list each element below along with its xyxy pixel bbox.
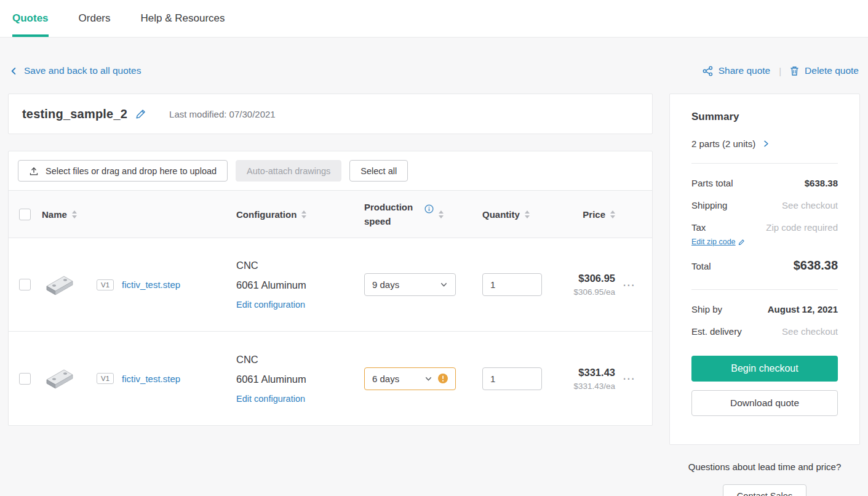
material-label: 6061 Aluminum [236,279,364,291]
tab-orders[interactable]: Orders [79,0,111,37]
version-badge: V1 [97,279,114,290]
part-thumbnail[interactable] [42,361,76,396]
row-menu-button[interactable]: ⋯ [618,371,652,386]
pencil-icon [738,239,745,246]
select-all-label: Select all [360,166,397,176]
summary-divider [691,163,838,164]
trash-icon [790,66,799,76]
sort-icon[interactable] [610,210,615,218]
shipping-value: See checkout [782,200,838,210]
edit-configuration-link[interactable]: Edit configuration [236,300,305,310]
tax-value: Zip code required [766,222,838,233]
upload-button-label: Select files or drag and drop here to up… [46,166,217,176]
table-row: V1 fictiv_test.step CNC 6061 Aluminum Ed… [9,238,652,332]
ship-by-label: Ship by [691,304,722,314]
back-to-quotes-link[interactable]: Save and back to all quotes [9,65,141,76]
row-checkbox[interactable] [19,373,31,385]
contact-sales-button[interactable]: Contact Sales [723,484,806,496]
column-header-production-speed: Production speed [364,200,418,229]
parts-table-card: Select files or drag and drop here to up… [8,151,653,426]
share-icon [703,66,713,76]
share-quote-button[interactable]: Share quote [703,65,770,76]
price-value: $331.43 [556,367,615,378]
row-checkbox[interactable] [19,279,31,290]
upload-icon [29,166,39,176]
last-modified-label: Last modified: 07/30/2021 [169,109,276,119]
top-nav: Quotes Orders Help & Resources [0,0,868,38]
warning-icon[interactable] [438,374,448,383]
part-thumbnail[interactable] [42,268,76,302]
select-all-button[interactable]: Select all [349,160,408,182]
back-link-label: Save and back to all quotes [24,65,141,76]
sort-icon[interactable] [525,210,530,218]
parts-total-value: $638.38 [805,178,838,188]
upload-files-button[interactable]: Select files or drag and drop here to up… [18,160,228,182]
process-label: CNC [236,354,364,366]
version-badge: V1 [97,373,114,384]
parts-breakdown-label: 2 parts (2 units) [691,138,755,149]
est-delivery-value: See checkout [782,326,838,337]
delete-quote-button[interactable]: Delete quote [790,65,859,76]
edit-zip-code-link[interactable]: Edit zip code [691,238,745,246]
download-quote-button[interactable]: Download quote [691,390,838,416]
est-delivery-label: Est. delivery [691,326,742,337]
edit-configuration-link[interactable]: Edit configuration [236,394,305,404]
row-menu-button[interactable]: ⋯ [618,278,652,292]
quote-title-card: testing_sample_2 Last modified: 07/30/20… [8,94,653,134]
summary-title: Summary [691,111,838,123]
edit-zip-code-label: Edit zip code [691,238,736,246]
info-icon[interactable] [424,204,434,214]
total-label: Total [691,261,711,271]
sort-icon[interactable] [72,210,77,218]
price-value: $306.95 [556,273,615,284]
file-name-link[interactable]: fictiv_test.step [122,374,180,384]
table-row: V1 fictiv_test.step CNC 6061 Aluminum Ed… [9,332,652,425]
process-label: CNC [236,260,364,271]
tab-help-resources[interactable]: Help & Resources [141,0,225,37]
share-quote-label: Share quote [719,65,770,76]
tax-label: Tax [691,222,706,233]
sort-icon[interactable] [439,210,444,218]
material-label: 6061 Aluminum [236,374,364,385]
column-header-quantity: Quantity [482,209,520,220]
ship-by-value: August 12, 2021 [768,304,838,314]
page: Save and back to all quotes Share quote … [0,65,868,496]
chevron-left-icon [9,66,18,76]
shipping-label: Shipping [691,200,727,210]
sales-footer: Questions about lead time and price? Con… [669,462,860,496]
sales-question-label: Questions about lead time and price? [669,462,860,472]
total-value: $638.38 [794,258,838,273]
production-speed-value: 9 days [372,279,399,290]
column-header-price: Price [583,209,605,220]
summary-card: Summary 2 parts (2 units) Parts total $6… [669,94,860,445]
parts-breakdown-link[interactable]: 2 parts (2 units) [691,138,838,149]
actions-separator: | [779,66,781,76]
quantity-input[interactable] [482,367,542,390]
auto-attach-drawings-button[interactable]: Auto-attach drawings [236,160,341,182]
table-header-row: Name Configuration Production speed [9,190,652,238]
auto-attach-label: Auto-attach drawings [247,166,330,176]
delete-quote-label: Delete quote [805,65,859,76]
quantity-input[interactable] [482,273,542,296]
select-all-checkbox[interactable] [19,209,31,220]
file-name-link[interactable]: fictiv_test.step [122,279,180,290]
column-header-name: Name [42,209,67,220]
production-speed-select[interactable]: 9 days [364,273,456,296]
summary-divider [691,289,838,290]
sort-icon[interactable] [301,210,306,218]
parts-total-label: Parts total [691,178,733,188]
unit-price-value: $306.95/ea [556,287,615,297]
production-speed-value: 6 days [372,374,399,384]
chevron-down-icon [440,281,448,289]
column-header-configuration: Configuration [236,209,297,220]
chevron-down-icon [424,375,432,383]
production-speed-select[interactable]: 6 days [364,367,456,390]
tab-quotes[interactable]: Quotes [12,0,49,37]
edit-title-icon[interactable] [135,108,146,119]
begin-checkout-button[interactable]: Begin checkout [691,356,838,382]
chevron-right-icon [762,140,770,148]
quote-title: testing_sample_2 [22,107,127,121]
unit-price-value: $331.43/ea [556,382,615,391]
